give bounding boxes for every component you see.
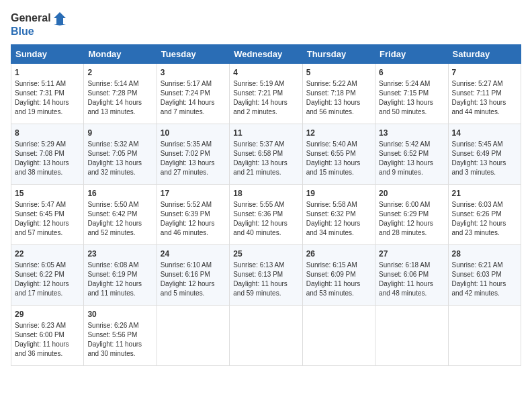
daylight-text: Daylight: 12 hours and 11 minutes. [87, 279, 152, 298]
sunrise-text: Sunrise: 6:13 AM [233, 261, 298, 270]
sunset-text: Sunset: 7:02 PM [161, 149, 226, 158]
calendar-cell: 9Sunrise: 5:32 AMSunset: 7:05 PMDaylight… [84, 124, 157, 184]
calendar-cell: 13Sunrise: 5:42 AMSunset: 6:52 PMDayligh… [375, 124, 448, 184]
sunrise-text: Sunrise: 5:17 AM [161, 79, 226, 89]
daylight-text: Daylight: 11 hours and 48 minutes. [379, 279, 444, 298]
day-number: 10 [161, 128, 226, 139]
day-header-friday: Friday [375, 44, 448, 63]
day-number: 26 [306, 248, 371, 260]
day-header-monday: Monday [84, 44, 157, 63]
day-number: 15 [15, 188, 80, 199]
day-number: 3 [161, 67, 226, 79]
calendar-cell: 5Sunrise: 5:22 AMSunset: 7:18 PMDaylight… [302, 63, 375, 124]
sunrise-text: Sunrise: 6:05 AM [15, 261, 80, 270]
calendar-cell: 7Sunrise: 5:27 AMSunset: 7:11 PMDaylight… [448, 63, 521, 124]
day-header-wednesday: Wednesday [230, 44, 302, 63]
day-number: 7 [452, 67, 517, 79]
sunrise-text: Sunrise: 5:11 AM [15, 79, 80, 89]
day-number: 4 [233, 67, 298, 79]
sunset-text: Sunset: 7:08 PM [15, 149, 80, 158]
logo-bird-icon [52, 11, 67, 26]
day-number: 18 [233, 188, 298, 199]
daylight-text: Daylight: 12 hours and 52 minutes. [87, 219, 152, 238]
calendar-cell: 1Sunrise: 5:11 AMSunset: 7:31 PMDaylight… [11, 63, 84, 124]
calendar-cell: 3Sunrise: 5:17 AMSunset: 7:24 PMDaylight… [157, 63, 229, 124]
sunset-text: Sunset: 6:58 PM [233, 149, 298, 158]
calendar-cell: 16Sunrise: 5:50 AMSunset: 6:42 PMDayligh… [84, 184, 157, 244]
sunset-text: Sunset: 6:45 PM [15, 210, 80, 219]
sunset-text: Sunset: 6:39 PM [161, 210, 226, 219]
day-header-sunday: Sunday [11, 44, 84, 63]
daylight-text: Daylight: 13 hours and 21 minutes. [233, 158, 298, 177]
calendar-cell: 23Sunrise: 6:08 AMSunset: 6:19 PMDayligh… [84, 244, 157, 305]
sunset-text: Sunset: 7:21 PM [233, 89, 298, 98]
sunset-text: Sunset: 7:31 PM [15, 89, 80, 98]
daylight-text: Daylight: 13 hours and 9 minutes. [379, 158, 444, 177]
day-number: 23 [87, 248, 152, 260]
day-number: 30 [87, 309, 152, 320]
sunset-text: Sunset: 7:11 PM [452, 89, 517, 98]
calendar-cell: 30Sunrise: 6:26 AMSunset: 5:56 PMDayligh… [84, 305, 157, 365]
calendar-cell: 21Sunrise: 6:03 AMSunset: 6:26 PMDayligh… [448, 184, 521, 244]
sunset-text: Sunset: 6:09 PM [306, 270, 371, 279]
sunset-text: Sunset: 7:05 PM [87, 149, 152, 158]
calendar-week-row: 29Sunrise: 6:23 AMSunset: 6:00 PMDayligh… [11, 305, 521, 365]
daylight-text: Daylight: 12 hours and 34 minutes. [306, 219, 371, 238]
calendar-cell: 27Sunrise: 6:18 AMSunset: 6:06 PMDayligh… [375, 244, 448, 305]
calendar-week-row: 15Sunrise: 5:47 AMSunset: 6:45 PMDayligh… [11, 184, 521, 244]
daylight-text: Daylight: 12 hours and 23 minutes. [452, 219, 517, 238]
day-number: 14 [452, 128, 517, 139]
day-number: 29 [15, 309, 80, 320]
daylight-text: Daylight: 12 hours and 28 minutes. [379, 219, 444, 238]
sunset-text: Sunset: 6:26 PM [452, 210, 517, 219]
daylight-text: Daylight: 13 hours and 38 minutes. [15, 158, 80, 177]
sunrise-text: Sunrise: 5:37 AM [233, 140, 298, 149]
day-number: 16 [87, 188, 152, 199]
svg-marker-0 [54, 12, 66, 26]
sunrise-text: Sunrise: 6:18 AM [379, 261, 444, 270]
logo-general: General [11, 12, 51, 24]
sunrise-text: Sunrise: 5:52 AM [161, 200, 226, 210]
day-header-thursday: Thursday [302, 44, 375, 63]
daylight-text: Daylight: 13 hours and 3 minutes. [452, 158, 517, 177]
daylight-text: Daylight: 14 hours and 7 minutes. [161, 98, 226, 117]
day-number: 28 [452, 248, 517, 260]
logo-container: General Blue [11, 11, 67, 38]
sunset-text: Sunset: 7:28 PM [87, 89, 152, 98]
daylight-text: Daylight: 11 hours and 36 minutes. [15, 340, 80, 359]
day-number: 1 [15, 67, 80, 79]
day-number: 5 [306, 67, 371, 79]
calendar-cell: 26Sunrise: 6:15 AMSunset: 6:09 PMDayligh… [302, 244, 375, 305]
sunrise-text: Sunrise: 5:55 AM [233, 200, 298, 210]
calendar-cell: 22Sunrise: 6:05 AMSunset: 6:22 PMDayligh… [11, 244, 84, 305]
sunset-text: Sunset: 6:06 PM [379, 270, 444, 279]
daylight-text: Daylight: 13 hours and 44 minutes. [452, 98, 517, 117]
daylight-text: Daylight: 12 hours and 57 minutes. [15, 219, 80, 238]
sunrise-text: Sunrise: 5:35 AM [161, 140, 226, 149]
sunrise-text: Sunrise: 6:23 AM [15, 321, 80, 330]
sunset-text: Sunset: 7:15 PM [379, 89, 444, 98]
sunset-text: Sunset: 6:29 PM [379, 210, 444, 219]
calendar-cell: 17Sunrise: 5:52 AMSunset: 6:39 PMDayligh… [157, 184, 229, 244]
sunset-text: Sunset: 7:24 PM [161, 89, 226, 98]
day-number: 6 [379, 67, 444, 79]
day-number: 8 [15, 128, 80, 139]
sunrise-text: Sunrise: 5:40 AM [306, 140, 371, 149]
daylight-text: Daylight: 12 hours and 5 minutes. [161, 279, 226, 298]
daylight-text: Daylight: 13 hours and 15 minutes. [306, 158, 371, 177]
sunrise-text: Sunrise: 6:03 AM [452, 200, 517, 210]
day-number: 2 [87, 67, 152, 79]
day-number: 25 [233, 248, 298, 260]
daylight-text: Daylight: 14 hours and 13 minutes. [87, 98, 152, 117]
calendar-cell: 2Sunrise: 5:14 AMSunset: 7:28 PMDaylight… [84, 63, 157, 124]
sunrise-text: Sunrise: 5:50 AM [87, 200, 152, 210]
sunset-text: Sunset: 6:42 PM [87, 210, 152, 219]
sunset-text: Sunset: 6:00 PM [15, 330, 80, 340]
sunrise-text: Sunrise: 5:45 AM [452, 140, 517, 149]
sunset-text: Sunset: 7:18 PM [306, 89, 371, 98]
sunrise-text: Sunrise: 5:27 AM [452, 79, 517, 89]
sunrise-text: Sunrise: 5:32 AM [87, 140, 152, 149]
sunrise-text: Sunrise: 5:29 AM [15, 140, 80, 149]
daylight-text: Daylight: 12 hours and 17 minutes. [15, 279, 80, 298]
calendar-cell [375, 305, 448, 365]
